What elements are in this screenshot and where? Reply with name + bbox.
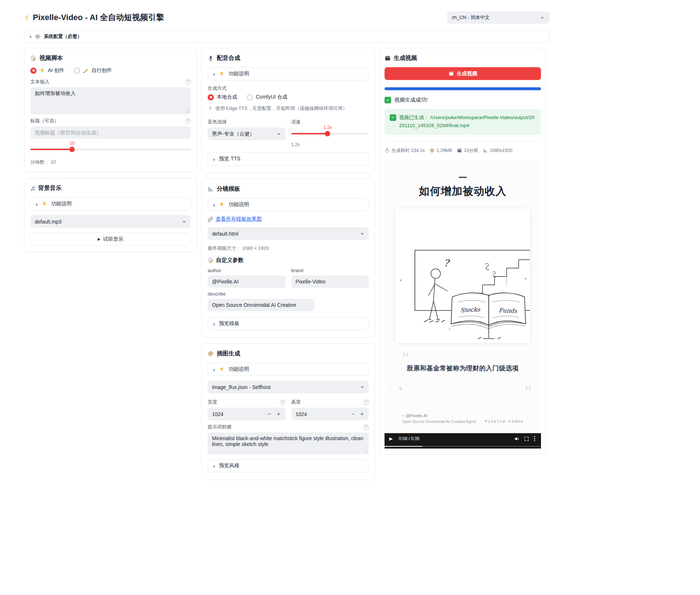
more-options-button[interactable] bbox=[533, 436, 536, 441]
illustration-help-label: 功能说明 bbox=[228, 366, 249, 373]
resize-handle-icon[interactable] bbox=[186, 110, 189, 113]
package-icon bbox=[430, 148, 435, 153]
template-file-select[interactable]: default.html bbox=[208, 227, 369, 240]
music-file-select[interactable]: default.mp3 bbox=[30, 215, 191, 228]
generation-stats: 生成耗时 234.1s 1.29MB 1 bbox=[385, 148, 541, 154]
radio-local-tts-label: 本地合成 bbox=[217, 94, 237, 100]
illustration-help-accordion[interactable]: › 功能说明 bbox=[208, 363, 369, 376]
prompt-prefix-label-row: 提示词前缀 ? bbox=[208, 424, 369, 430]
template-gallery-link[interactable]: 查看所有模板效果图 bbox=[216, 216, 262, 222]
music-help-label: 功能说明 bbox=[51, 201, 72, 207]
chevron-right-icon: › bbox=[213, 321, 215, 327]
topic-textarea[interactable]: 如何增加被动收入 bbox=[30, 87, 191, 114]
radio-ai-create-label: AI 创作 bbox=[48, 67, 64, 74]
template-panel: 分镜模板 › 功能说明 bbox=[201, 179, 375, 338]
language-select[interactable]: zh_CN - 简体中文 bbox=[447, 11, 549, 24]
template-help-accordion[interactable]: › 功能说明 bbox=[208, 198, 369, 211]
question-mark: ? bbox=[444, 258, 450, 268]
width-value[interactable]: 1024 bbox=[212, 411, 265, 417]
height-value[interactable]: 1024 bbox=[296, 411, 349, 417]
slider-handle[interactable] bbox=[69, 147, 75, 152]
radio-local-tts[interactable]: 本地合成 bbox=[208, 94, 237, 100]
chevron-right-icon: › bbox=[36, 201, 38, 207]
style-preview-accordion[interactable]: › 预览风格 bbox=[208, 459, 369, 472]
brand-label: brand bbox=[291, 268, 369, 273]
video-title-input[interactable] bbox=[30, 126, 191, 139]
video-author: @Pixelle.AI bbox=[402, 413, 476, 418]
triangle-ruler-icon bbox=[483, 148, 488, 153]
volume-button[interactable] bbox=[514, 436, 520, 442]
radio-self-create[interactable]: 自行创作 bbox=[74, 67, 112, 74]
page-title-text: Pixelle-Video - AI 全自动短视频引擎 bbox=[33, 12, 164, 23]
help-icon[interactable]: ? bbox=[363, 424, 369, 430]
chevron-down-icon bbox=[360, 385, 364, 389]
result-path-text: 视频已生成： /Users/puke/Workspace/Pixelle-Vid… bbox=[399, 114, 536, 130]
stat-filesize: 1.29MB bbox=[430, 148, 452, 153]
book-label-funds: Funds bbox=[499, 307, 518, 314]
radio-unselected-icon bbox=[74, 68, 80, 74]
decrement-button[interactable]: − bbox=[348, 409, 357, 419]
slider-fill bbox=[30, 149, 72, 150]
system-config-accordion[interactable]: › 系统配置（必需） bbox=[24, 30, 549, 42]
help-icon[interactable]: ? bbox=[280, 400, 285, 405]
tts-help-accordion[interactable]: › 功能说明 bbox=[208, 67, 369, 80]
prompt-prefix-textarea[interactable]: Minimalist black-and-white matchstick fi… bbox=[208, 432, 369, 454]
chevron-right-icon: › bbox=[213, 202, 215, 207]
voice-select[interactable]: 男声-专业（云健） bbox=[208, 127, 285, 140]
style-preview-label: 预览风格 bbox=[219, 462, 239, 469]
music-help-accordion[interactable]: › 功能说明 bbox=[30, 197, 191, 210]
voice-label: 音色选择 bbox=[208, 119, 285, 125]
help-icon[interactable]: ? bbox=[363, 400, 369, 405]
video-frame-title: 如何增加被动收入 bbox=[385, 184, 541, 199]
music-panel: ♫ 背景音乐 › 功能说明 default.mp3 ▶ bbox=[24, 178, 197, 252]
increment-button[interactable]: + bbox=[357, 409, 367, 419]
help-icon[interactable]: ? bbox=[185, 118, 191, 124]
resize-handle-icon[interactable] bbox=[364, 450, 367, 453]
template-preview-accordion[interactable]: › 预览模板 bbox=[208, 317, 369, 330]
preview-music-button[interactable]: ▶ 试听音乐 bbox=[30, 233, 191, 245]
generate-video-button[interactable]: 生成视频 bbox=[385, 67, 541, 80]
help-icon[interactable]: ? bbox=[185, 79, 191, 85]
triangle-ruler-icon bbox=[208, 186, 214, 192]
title-input-label-row: 标题（可选） ? bbox=[30, 118, 191, 124]
radio-selected-icon bbox=[208, 94, 214, 100]
tts-preview-accordion[interactable]: › 预览 TTS bbox=[208, 152, 369, 165]
radio-ai-create[interactable]: AI 创作 bbox=[30, 67, 64, 74]
slider-handle[interactable] bbox=[325, 131, 330, 137]
text-input-label-row: 文本输入 ? bbox=[30, 79, 191, 85]
clapperboard-icon bbox=[385, 55, 391, 61]
bulb-icon bbox=[208, 106, 213, 111]
radio-comfyui-tts[interactable]: ComfyUI 合成 bbox=[247, 94, 287, 100]
sketch-illustration: ? Stocks Funds bbox=[396, 209, 530, 343]
script-mode-radio-group: AI 创作 自行创作 bbox=[30, 67, 191, 74]
template-panel-title-text: 分镜模板 bbox=[217, 185, 240, 193]
dot-icon bbox=[402, 415, 404, 416]
play-button[interactable]: ▶ bbox=[389, 436, 395, 441]
shots-caption: 分镜数： 10 bbox=[30, 159, 191, 165]
brand-input[interactable] bbox=[291, 275, 369, 288]
microphone-icon bbox=[208, 55, 214, 61]
illustration-panel-title-text: 插图生成 bbox=[217, 350, 240, 358]
topbar: ⚡ Pixelle-Video - AI 全自动短视频引擎 zh_CN - 简体… bbox=[24, 10, 549, 25]
author-input[interactable] bbox=[208, 275, 285, 288]
workflow-select[interactable]: image_flux.json - Selfhost bbox=[208, 381, 369, 393]
speed-slider[interactable]: 1.2x bbox=[291, 133, 369, 134]
increment-button[interactable]: + bbox=[274, 409, 283, 419]
slider-value: 10 bbox=[69, 141, 74, 146]
width-label: 宽度 bbox=[208, 399, 217, 405]
decrement-button[interactable]: − bbox=[265, 409, 274, 419]
tts-hint-text: 使用 Edge TTS，无需配置，开箱即用（请确保网络环境可用） bbox=[215, 105, 347, 112]
shots-slider[interactable]: 10 bbox=[30, 149, 191, 150]
seek-bar[interactable] bbox=[385, 445, 541, 449]
tts-mode-radio-group: 本地合成 ComfyUI 合成 bbox=[208, 94, 369, 100]
video-illustration: ? Stocks Funds bbox=[396, 209, 530, 343]
success-message: ✓ 视频生成成功! bbox=[385, 96, 541, 103]
music-note-icon: ♫ bbox=[30, 184, 35, 192]
fullscreen-button[interactable] bbox=[524, 436, 529, 442]
generate-panel: 生成视频 生成视频 ✓ 视频生成成功! ✓ 视频已生成： /Users bbox=[379, 48, 546, 455]
video-player[interactable]: 如何增加被动收入 bbox=[385, 160, 541, 449]
left-column: 视频脚本 AI 创作 bbox=[24, 48, 197, 252]
video-footer: @Pixelle.AI Open Source Omnimodal AI Cre… bbox=[402, 413, 523, 424]
check-icon: ✓ bbox=[390, 114, 396, 121]
playback-time: 0:08 / 0:35 bbox=[399, 436, 420, 441]
